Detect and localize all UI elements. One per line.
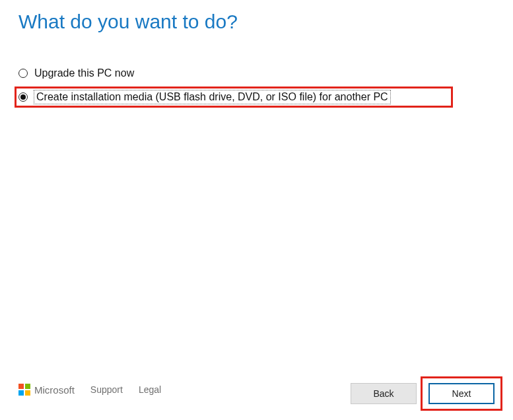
page-title: What do you want to do? <box>18 11 238 33</box>
option-label: Create installation media (USB flash dri… <box>34 90 390 104</box>
legal-link[interactable]: Legal <box>139 384 161 395</box>
microsoft-logo-icon <box>18 384 30 396</box>
focus-dotted-outline: Create installation media (USB flash dri… <box>34 90 390 104</box>
option-label: Upgrade this PC now <box>34 67 134 79</box>
support-link[interactable]: Support <box>90 384 123 395</box>
next-button[interactable]: Next <box>428 383 495 404</box>
back-button[interactable]: Back <box>351 383 417 404</box>
option-create-media[interactable]: Create installation media (USB flash dri… <box>18 87 390 107</box>
options-group: Upgrade this PC now Create installation … <box>18 63 390 111</box>
brand-text: Microsoft <box>34 384 75 396</box>
radio-icon[interactable] <box>18 69 28 78</box>
button-bar: Back Next <box>351 383 495 404</box>
option-upgrade[interactable]: Upgrade this PC now <box>18 63 390 83</box>
radio-icon[interactable] <box>18 92 28 102</box>
